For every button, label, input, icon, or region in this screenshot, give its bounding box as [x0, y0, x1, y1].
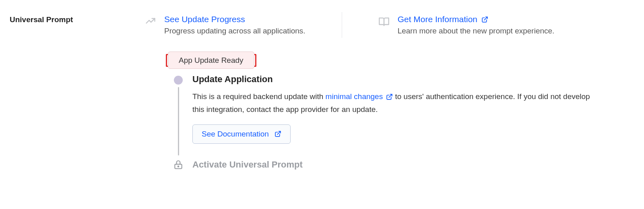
- cards-col: See Update Progress Progress updating ac…: [145, 12, 634, 38]
- lock-icon: [173, 159, 184, 170]
- card-subtitle: Learn more about the new prompt experien…: [398, 27, 555, 35]
- get-more-information-link[interactable]: Get More Information: [398, 14, 488, 24]
- card-title-text: See Update Progress: [164, 14, 245, 24]
- card-subtitle: Progress updating across all application…: [164, 27, 305, 35]
- see-update-progress-link[interactable]: See Update Progress: [164, 14, 245, 24]
- locked-step-title: Activate Universal Prompt: [192, 159, 303, 170]
- steps-list: Update Application This is a required ba…: [173, 74, 634, 170]
- see-documentation-button[interactable]: See Documentation: [192, 124, 291, 144]
- external-link-icon: [386, 93, 393, 100]
- step-update-application: Update Application This is a required ba…: [173, 74, 634, 155]
- card-see-update-progress: See Update Progress Progress updating ac…: [145, 12, 305, 38]
- top-row: Universal Prompt See Update Progress Pro…: [10, 12, 634, 38]
- svg-line-2: [277, 131, 281, 135]
- section-label: Universal Prompt: [10, 15, 73, 24]
- badge-highlight-outline: App Update Ready: [166, 54, 256, 67]
- step-indicator-col: [173, 74, 184, 155]
- content-column: App Update Ready Update Application This…: [166, 54, 634, 170]
- trend-up-icon: [145, 16, 156, 27]
- step-title: Update Application: [192, 74, 634, 85]
- step-dot-icon: [174, 76, 183, 85]
- external-link-icon: [275, 130, 281, 137]
- doc-button-label: See Documentation: [202, 130, 269, 139]
- step-description: This is a required backend update with m…: [192, 90, 595, 116]
- status-badge-app-update-ready: App Update Ready: [168, 52, 254, 69]
- inline-link-text: minimal changes: [326, 90, 383, 103]
- step-activate-universal-prompt: Activate Universal Prompt: [173, 159, 634, 170]
- minimal-changes-link[interactable]: minimal changes: [326, 90, 393, 103]
- book-open-icon: [378, 16, 390, 27]
- external-link-icon: [481, 16, 488, 23]
- step-desc-before: This is a required backend update with: [192, 92, 326, 101]
- card-get-more-information: Get More Information Learn more about th…: [342, 12, 555, 38]
- svg-line-0: [484, 17, 487, 20]
- step-connector-line: [178, 87, 179, 155]
- section-label-col: Universal Prompt: [10, 12, 145, 24]
- svg-line-1: [389, 94, 392, 97]
- card-title-text: Get More Information: [398, 14, 477, 24]
- svg-point-4: [178, 166, 179, 167]
